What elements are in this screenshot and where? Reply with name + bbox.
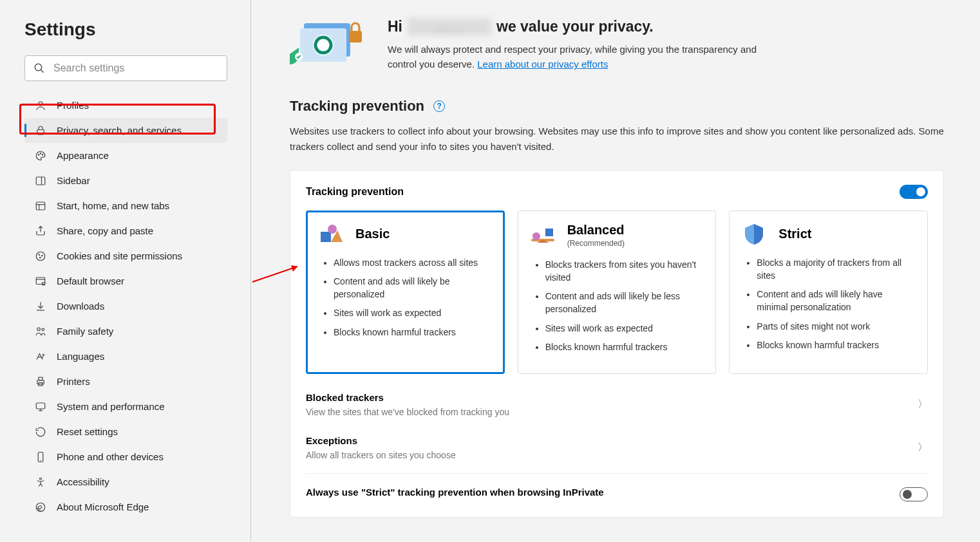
sidebar-item-family[interactable]: Family safety [24, 319, 227, 344]
tracking-level-point: Blocks known harmful trackers [757, 339, 916, 351]
tracking-card-title: Tracking prevention [306, 186, 404, 198]
privacy-hero: Hi …… we value your privacy. We will alw… [290, 18, 944, 72]
tracking-level-point: Sites will work as expected [334, 306, 493, 319]
basic-level-icon [318, 223, 344, 246]
tracking-level-strict[interactable]: StrictBlocks a majority of trackers from… [729, 210, 928, 375]
accessibility-icon [35, 476, 46, 488]
strict-level-icon [741, 223, 767, 246]
svg-rect-39 [349, 31, 362, 42]
sidebar-item-label: Sidebar [57, 175, 90, 186]
sidebar-item-label: Reset settings [57, 426, 118, 437]
main-content: Hi …… we value your privacy. We will alw… [251, 0, 980, 542]
tracking-level-subtitle: (Recommended) [567, 239, 625, 248]
svg-point-2 [39, 102, 42, 106]
sidebar-item-phone[interactable]: Phone and other devices [24, 444, 227, 469]
tracking-level-title: Basic [355, 227, 390, 241]
sidebar-item-about[interactable]: About Microsoft Edge [24, 494, 227, 519]
sidebar-item-profiles[interactable]: Profiles [24, 93, 227, 118]
sidebar-item-label: Share, copy and paste [57, 225, 153, 236]
sidebar-icon [35, 175, 46, 187]
chevron-right-icon: 〉 [918, 398, 928, 411]
tracking-level-basic[interactable]: BasicAllows most trackers across all sit… [306, 210, 505, 375]
edge-icon [35, 501, 46, 513]
sidebar-item-label: Start, home, and new tabs [57, 200, 169, 211]
strict-inprivate-row: Always use "Strict" tracking prevention … [306, 473, 928, 510]
sidebar-item-downloads[interactable]: Downloads [24, 294, 227, 319]
sidebar-item-accessibility[interactable]: Accessibility [24, 469, 227, 494]
sidebar-nav: ProfilesPrivacy, search, and servicesApp… [24, 93, 250, 519]
info-icon[interactable]: ? [433, 100, 445, 112]
settings-sidebar: Settings ProfilesPrivacy, search, and se… [0, 0, 251, 542]
tracking-toggle[interactable] [900, 185, 928, 199]
tracking-prevention-card: Tracking prevention BasicAllows most tra… [290, 170, 944, 518]
svg-point-4 [38, 154, 39, 155]
default-browser-icon [35, 276, 46, 287]
tracking-level-grid: BasicAllows most trackers across all sit… [306, 210, 928, 375]
tracking-level-balanced[interactable]: Balanced(Recommended)Blocks trackers fro… [518, 210, 717, 375]
search-icon [33, 62, 45, 74]
search-input[interactable] [24, 55, 227, 81]
sidebar-item-label: Family safety [57, 326, 113, 337]
hero-greeting-suffix: we value your privacy. [496, 18, 654, 35]
lock-icon [35, 125, 46, 136]
sidebar-item-share[interactable]: Share, copy and paste [24, 218, 227, 243]
svg-point-33 [40, 478, 42, 480]
svg-rect-46 [545, 229, 553, 236]
family-icon [35, 326, 46, 337]
sidebar-item-label: Printers [57, 376, 90, 387]
tracking-level-title: Balanced [567, 223, 625, 238]
sidebar-item-sidebar[interactable]: Sidebar [24, 168, 227, 193]
sidebar-item-privacy[interactable]: Privacy, search, and services [24, 118, 227, 143]
tracking-level-point: Content and ads will likely be less pers… [545, 290, 704, 316]
svg-point-45 [532, 232, 540, 240]
sidebar-item-label: Default browser [57, 276, 124, 286]
languages-icon [35, 351, 46, 362]
svg-rect-40 [321, 232, 331, 242]
sidebar-item-printers[interactable]: Printers [24, 369, 227, 394]
hero-illustration [290, 18, 370, 70]
blocked-trackers-row[interactable]: Blocked trackers View the sites that we'… [306, 383, 928, 426]
sidebar-item-cookies[interactable]: Cookies and site permissions [24, 243, 227, 268]
sidebar-item-label: Cookies and site permissions [57, 250, 182, 261]
sidebar-item-languages[interactable]: Languages [24, 344, 227, 369]
svg-rect-17 [36, 277, 45, 285]
profile-icon [35, 100, 46, 111]
sidebar-item-label: Languages [57, 351, 104, 362]
sidebar-item-label: Profiles [57, 100, 89, 111]
sidebar-item-system[interactable]: System and performance [24, 394, 227, 419]
printer-icon [35, 376, 46, 388]
sidebar-item-label: Appearance [57, 150, 109, 161]
svg-rect-25 [37, 380, 44, 384]
sidebar-item-label: System and performance [57, 401, 165, 412]
svg-point-5 [40, 153, 41, 154]
sidebar-item-default[interactable]: Default browser [24, 268, 227, 294]
cookies-icon [35, 250, 46, 262]
share-icon [35, 225, 46, 237]
tracking-level-point: Blocks trackers from sites you haven't v… [545, 258, 704, 285]
svg-point-22 [37, 328, 41, 331]
svg-rect-26 [39, 377, 42, 380]
exceptions-row[interactable]: Exceptions Allow all trackers on sites y… [306, 426, 928, 469]
svg-rect-3 [37, 129, 44, 135]
svg-point-14 [39, 254, 40, 256]
sidebar-item-reset[interactable]: Reset settings [24, 419, 227, 444]
system-icon [35, 401, 46, 413]
hero-heading: Hi …… we value your privacy. [388, 18, 787, 35]
strict-inprivate-toggle[interactable] [900, 487, 928, 501]
svg-point-15 [42, 255, 43, 256]
svg-point-41 [328, 225, 337, 234]
sidebar-item-start[interactable]: Start, home, and new tabs [24, 193, 227, 218]
privacy-learn-link[interactable]: Learn about our privacy efforts [477, 59, 608, 70]
phone-icon [35, 451, 46, 463]
hero-body: We will always protect and respect your … [388, 42, 787, 72]
tracking-section-title: Tracking prevention ? [290, 98, 944, 115]
reset-icon [35, 426, 46, 438]
svg-point-0 [35, 64, 42, 71]
sidebar-item-label: About Microsoft Edge [57, 501, 149, 512]
hero-greeting-prefix: Hi [388, 18, 402, 35]
sidebar-item-label: Phone and other devices [57, 451, 164, 462]
sidebar-item-appearance[interactable]: Appearance [24, 143, 227, 168]
palette-icon [35, 150, 46, 162]
svg-point-6 [42, 154, 43, 155]
balanced-level-icon [530, 223, 556, 247]
